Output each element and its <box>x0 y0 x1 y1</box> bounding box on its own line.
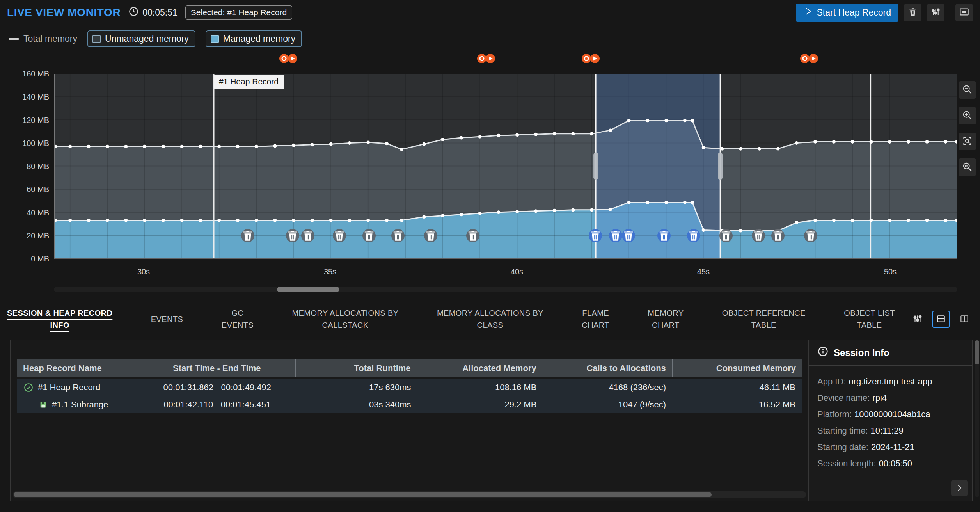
collapse-panel-button[interactable] <box>951 480 968 496</box>
x-axis-tick: 30s <box>126 267 161 276</box>
page-title: LIVE VIEW MONITOR <box>7 6 121 19</box>
column-header[interactable]: Heap Record Name <box>17 359 138 377</box>
table-cell: 29.2 MB <box>417 396 543 413</box>
unmanaged-memory-swatch <box>92 35 101 43</box>
y-axis-tick: 160 MB <box>3 69 49 78</box>
session-info-field: Starting time:10:11:29 <box>817 423 964 439</box>
table-row[interactable]: #1.1 Subrange00:01:42.110 - 00:01:45.451… <box>17 396 802 413</box>
y-axis-tick: 100 MB <box>3 139 49 148</box>
y-axis-tick: 40 MB <box>3 208 49 217</box>
tab-object-reference-table[interactable]: OBJECT REFERENCE TABLE <box>722 307 806 331</box>
zoom-out-icon <box>962 84 973 96</box>
header-actions: Start Heap Record <box>796 4 973 22</box>
x-axis-tick: 45s <box>686 267 721 276</box>
gc-trash-marker[interactable] <box>466 229 479 242</box>
session-info-field: Session length:00:05:50 <box>817 455 964 472</box>
column-header[interactable]: Total Runtime <box>296 359 417 377</box>
selection-handle-left[interactable] <box>593 153 598 180</box>
gc-trash-marker[interactable] <box>589 229 602 242</box>
column-header[interactable]: Allocated Memory <box>417 359 543 377</box>
clock-icon <box>128 6 139 19</box>
y-axis-tick: 60 MB <box>3 185 49 194</box>
gc-trash-marker[interactable] <box>804 229 817 242</box>
gc-trash-marker[interactable] <box>687 229 700 242</box>
gc-trash-marker[interactable] <box>622 229 635 242</box>
gc-trash-marker[interactable] <box>301 229 314 242</box>
record-name-cell: #1.1 Subrange <box>17 396 139 413</box>
tab-memory-chart[interactable]: MEMORY CHART <box>648 307 684 331</box>
memory-area-chart <box>55 74 957 258</box>
total-memory-line-swatch <box>9 38 19 40</box>
details-section: SESSION & HEAP RECORD INFOEVENTSGC EVENT… <box>0 299 980 512</box>
gc-trash-marker[interactable] <box>771 229 785 242</box>
tab-object-list-table[interactable]: OBJECT LIST TABLE <box>844 307 895 331</box>
managed-memory-swatch <box>211 35 219 43</box>
table-cell: 4168 (236/sec) <box>543 379 672 396</box>
play-icon <box>803 7 813 18</box>
gc-event-icon[interactable] <box>581 53 602 64</box>
gc-trash-marker[interactable] <box>424 229 437 242</box>
tab-events[interactable]: EVENTS <box>151 313 183 325</box>
gc-trash-marker[interactable] <box>241 229 254 242</box>
gc-trash-marker[interactable] <box>752 229 765 242</box>
trash-icon <box>908 7 918 18</box>
gc-event-icon[interactable] <box>476 53 497 64</box>
tab-flame-chart[interactable]: FLAME CHART <box>582 307 609 331</box>
y-axis-tick: 80 MB <box>3 162 49 171</box>
gc-trash-marker[interactable] <box>657 229 671 242</box>
x-axis-tick: 40s <box>499 267 534 276</box>
delete-button[interactable] <box>904 4 921 21</box>
table-scrollbar-thumb[interactable] <box>14 492 712 497</box>
x-axis-tick: 35s <box>312 267 348 276</box>
column-header[interactable]: Consumed Memory <box>673 359 802 377</box>
session-info-fields: App ID:org.tizen.tmp-test-appDevice name… <box>809 366 972 480</box>
tab-memory-allocations-by-class[interactable]: MEMORY ALLOCATIONS BY CLASS <box>437 307 543 331</box>
session-info-field: Device name:rpi4 <box>817 390 964 406</box>
gc-trash-marker[interactable] <box>362 229 376 242</box>
gc-trash-marker[interactable] <box>719 229 733 242</box>
session-info-panel: Session Info App ID:org.tizen.tmp-test-a… <box>808 340 972 501</box>
tab-session-heap-record-info[interactable]: SESSION & HEAP RECORD INFO <box>7 307 112 331</box>
table-row[interactable]: #1 Heap Record00:01:31.862 - 00:01:49.49… <box>17 379 802 396</box>
gc-trash-marker[interactable] <box>391 229 405 242</box>
legend-unmanaged-memory-toggle[interactable]: Unmanaged memory <box>87 30 195 47</box>
tab-bar: SESSION & HEAP RECORD INFOEVENTSGC EVENT… <box>7 307 895 331</box>
gc-event-icon[interactable] <box>279 53 300 64</box>
details-scrollbar-thumb[interactable] <box>975 340 979 364</box>
x-axis-tick: 50s <box>873 267 908 276</box>
table-filter-button[interactable] <box>909 311 926 328</box>
session-info-title: Session Info <box>809 340 972 366</box>
legend-managed-memory-toggle[interactable]: Managed memory <box>206 30 302 47</box>
chevron-right-icon <box>955 483 964 494</box>
filter-settings-button[interactable] <box>927 4 944 21</box>
screen-fit-button[interactable] <box>955 4 973 21</box>
chart-scrollbar-thumb[interactable] <box>277 287 339 292</box>
table-cell: 00:01:31.862 - 00:01:49.492 <box>139 379 296 396</box>
layout-split-vertical-button[interactable] <box>956 311 973 328</box>
tab-gc-events[interactable]: GC EVENTS <box>222 307 254 331</box>
session-timer: 00:05:51 <box>128 6 178 19</box>
zoom-reset-icon <box>962 162 973 173</box>
column-header[interactable]: Start Time - End Time <box>138 359 296 377</box>
table-horizontal-scrollbar <box>13 491 806 498</box>
zoom-reset-button[interactable] <box>959 158 976 176</box>
chart-horizontal-scrollbar <box>54 287 957 292</box>
start-heap-record-button[interactable]: Start Heap Record <box>796 4 898 22</box>
memory-chart-plot[interactable]: #1 Heap Record <box>54 74 957 259</box>
table-rows: #1 Heap Record00:01:31.862 - 00:01:49.49… <box>17 379 802 413</box>
selected-record-badge: Selected: #1 Heap Record <box>185 5 292 20</box>
layout-split-horizontal-button[interactable] <box>932 311 950 328</box>
layout-split-vertical-icon <box>959 314 969 325</box>
tab-memory-allocations-by-callstack[interactable]: MEMORY ALLOCATIONS BY CALLSTACK <box>292 307 399 331</box>
gc-trash-marker[interactable] <box>333 229 346 242</box>
gc-trash-marker[interactable] <box>286 229 299 242</box>
gc-event-icon[interactable] <box>799 53 820 64</box>
zoom-out-button[interactable] <box>959 81 976 99</box>
zoom-to-selection-button[interactable] <box>959 133 976 150</box>
details-vertical-scrollbar <box>975 340 979 497</box>
selection-handle-right[interactable] <box>718 153 723 180</box>
y-axis-tick: 0 MB <box>3 254 49 263</box>
gc-trash-marker[interactable] <box>609 229 622 242</box>
column-header[interactable]: Calls to Allocations <box>543 359 673 377</box>
zoom-in-button[interactable] <box>959 107 976 124</box>
